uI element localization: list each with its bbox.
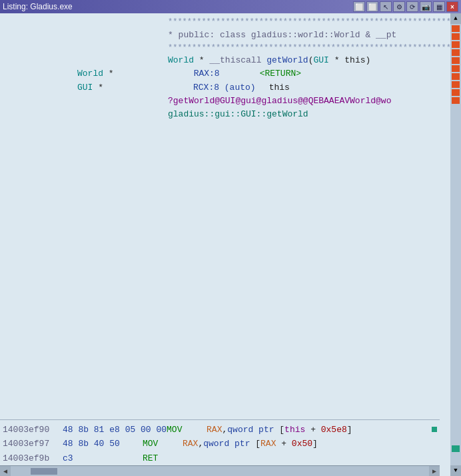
bytes-2: c3 [63, 452, 143, 465]
code-listing: ****************************************… [0, 13, 450, 390]
scroll-left-arrow[interactable]: ◀ [0, 466, 11, 477]
param1-line: World * RAX:8 <RETURN> [0, 67, 450, 81]
scroll-marker-1 [452, 25, 460, 32]
scroll-marker-2 [452, 33, 460, 40]
marker-teal-0 [432, 427, 437, 432]
addr-2: 14003ef9b [3, 452, 63, 465]
separator-top: ****************************************… [0, 16, 450, 29]
bytes-1: 48 8b 40 50 [63, 437, 143, 451]
func-signature-line: World * __thiscall getWorld(GUI * this) [0, 54, 450, 67]
scroll-track-h[interactable] [11, 467, 429, 475]
settings-icon[interactable]: ⚙ [393, 1, 405, 12]
addr-1: 14003ef97 [3, 437, 63, 451]
scroll-thumb-h[interactable] [31, 468, 57, 475]
tb-icon-copy2[interactable]: ⬜ [366, 1, 378, 12]
scroll-up-arrow[interactable]: ▲ [450, 13, 461, 24]
horizontal-scrollbar[interactable]: ◀ ▶ [0, 465, 440, 476]
scroll-marker-5 [452, 57, 460, 64]
scroll-marker-10 [452, 97, 460, 104]
scroll-marker-4 [452, 49, 460, 56]
param2-line: GUI * RCX:8 (auto) this [0, 81, 450, 95]
disasm-row-0[interactable]: 14003ef90 48 8b 81 e8 05 00 00 MOV RAX,q… [0, 423, 440, 437]
func-name-line: gladius::gui::GUI::getWorld [0, 108, 450, 121]
bytes-0: 48 8b 81 e8 05 00 00 [63, 423, 167, 437]
cursor-icon[interactable]: ↖ [380, 1, 392, 12]
app-title: Listing: Gladius.exe [3, 2, 73, 11]
scroll-marker-6 [452, 65, 460, 72]
call-expr-line: ?getWorld@GUI@gui@gladius@@QEBAAEAVWorld… [0, 95, 450, 108]
close-button[interactable]: × [446, 1, 458, 12]
grid-icon[interactable]: ▦ [433, 1, 445, 12]
separator-mid: ****************************************… [0, 42, 450, 55]
refresh-icon[interactable]: ⟳ [406, 1, 418, 12]
scroll-right-arrow[interactable]: ▶ [429, 466, 440, 477]
op-1: RAX,qword ptr [RAX + 0x50] [183, 437, 318, 451]
scroll-marker-9 [452, 89, 460, 96]
scroll-marker-8 [452, 81, 460, 88]
scroll-marker-7 [452, 73, 460, 80]
scroll-marker-teal [452, 445, 460, 452]
op-0: RAX,qword ptr [this + 0x5e8] [207, 423, 352, 437]
mnem-1: MOV [143, 437, 183, 451]
scroll-down-arrow[interactable]: ▼ [450, 465, 461, 476]
tb-icon-copy[interactable]: ⬜ [353, 1, 365, 12]
public-line: * public: class gladius::world::World & … [0, 29, 450, 42]
disasm-row-1[interactable]: 14003ef97 48 8b 40 50 MOV RAX,qword ptr … [0, 437, 440, 451]
mnem-2: RET [143, 452, 183, 465]
camera-icon[interactable]: 📷 [420, 1, 432, 12]
disasm-section: 14003ef90 48 8b 81 e8 05 00 00 MOV RAX,q… [0, 419, 440, 466]
title-bar: Listing: Gladius.exe ⬜ ⬜ ↖ ⚙ ⟳ 📷 ▦ × [0, 0, 461, 13]
addr-0: 14003ef90 [3, 423, 63, 437]
mnem-0: MOV [167, 423, 207, 437]
scroll-marker-3 [452, 41, 460, 48]
disasm-row-2[interactable]: 14003ef9b c3 RET [0, 451, 440, 466]
vertical-scrollbar[interactable]: ▲ ▼ [450, 13, 461, 476]
